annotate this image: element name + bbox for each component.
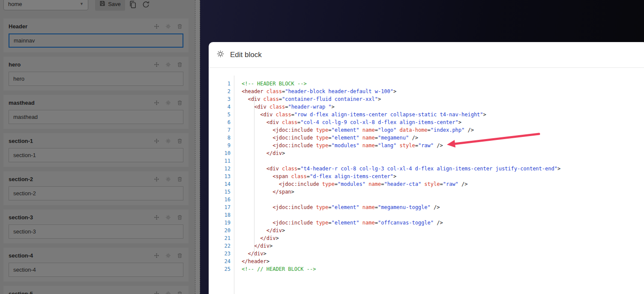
code-line[interactable]: 4 <div class="header-wrap "> bbox=[209, 103, 644, 111]
code-line[interactable]: 7 <jdoc:include type="element" name="log… bbox=[209, 126, 644, 134]
code-line[interactable]: 11 bbox=[209, 157, 644, 165]
line-number: 13 bbox=[209, 173, 234, 180]
code-line[interactable]: 18 bbox=[209, 211, 644, 219]
code-line[interactable]: 12 <div class="t4-header-r col-8 col-lg-… bbox=[209, 165, 644, 173]
line-number: 23 bbox=[209, 250, 234, 258]
line-number: 12 bbox=[209, 165, 234, 173]
line-number: 25 bbox=[209, 265, 234, 273]
line-number: 8 bbox=[209, 134, 234, 142]
line-number: 3 bbox=[209, 95, 234, 103]
code-line[interactable]: 9 <jdoc:include type="modules" name="lan… bbox=[209, 142, 644, 149]
line-number: 11 bbox=[209, 157, 234, 165]
line-number: 16 bbox=[209, 196, 234, 203]
code-line[interactable]: 16 bbox=[209, 196, 644, 203]
code-line[interactable]: 15 </span> bbox=[209, 188, 644, 196]
line-number: 20 bbox=[209, 227, 234, 234]
line-number: 5 bbox=[209, 111, 234, 118]
indent-guide bbox=[254, 95, 255, 258]
code-line[interactable]: 5 <div class="row d-flex align-items-cen… bbox=[209, 111, 644, 118]
line-number: 24 bbox=[209, 258, 234, 265]
line-number: 7 bbox=[209, 126, 234, 134]
code-line[interactable]: 14 <jdoc:include type="modules" name="he… bbox=[209, 180, 644, 188]
code-line[interactable]: 3 <div class="container-fluid container-… bbox=[209, 95, 644, 103]
line-number: 22 bbox=[209, 242, 234, 250]
gutter-separator bbox=[234, 76, 234, 294]
line-number: 14 bbox=[209, 180, 234, 188]
code-line[interactable]: 19 <jdoc:include type="element" name="of… bbox=[209, 219, 644, 227]
code-line[interactable]: 24</header> bbox=[209, 258, 644, 265]
code-line[interactable]: 21 </div> bbox=[209, 234, 644, 242]
modal-header: Edit block bbox=[209, 42, 644, 68]
code-line[interactable]: 22 </div> bbox=[209, 242, 644, 250]
line-number: 9 bbox=[209, 142, 234, 149]
code-line[interactable]: 13 <span class="d-flex align-items-cente… bbox=[209, 173, 644, 180]
line-number: 21 bbox=[209, 234, 234, 242]
code-line[interactable]: 10 </div> bbox=[209, 149, 644, 157]
code-line[interactable]: 25<!-- // HEADER BLOCK --> bbox=[209, 265, 644, 273]
line-number: 17 bbox=[209, 203, 234, 211]
line-number: 10 bbox=[209, 149, 234, 157]
code-editor[interactable]: 1<!-- HEADER BLOCK -->2<header class="he… bbox=[209, 68, 644, 294]
line-number: 6 bbox=[209, 118, 234, 126]
modal-title: Edit block bbox=[230, 51, 262, 59]
line-number: 4 bbox=[209, 103, 234, 111]
code-line[interactable]: 17 <jdoc:include type="element" name="me… bbox=[209, 203, 644, 211]
code-line[interactable]: 8 <jdoc:include type="element" name="meg… bbox=[209, 134, 644, 142]
code-line[interactable]: 6 <div class="col-4 col-lg-9 col-xl-8 d-… bbox=[209, 118, 644, 126]
line-number: 15 bbox=[209, 188, 234, 196]
line-number: 18 bbox=[209, 211, 234, 219]
line-number: 2 bbox=[209, 88, 234, 95]
gear-icon bbox=[216, 50, 225, 60]
code-line[interactable]: 20 </div> bbox=[209, 227, 644, 234]
code-line[interactable]: 1<!-- HEADER BLOCK --> bbox=[209, 80, 644, 88]
line-number: 1 bbox=[209, 80, 234, 88]
code-line[interactable]: 2<header class="header-block header-defa… bbox=[209, 88, 644, 95]
line-number: 19 bbox=[209, 219, 234, 227]
edit-block-modal: Edit block 1<!-- HEADER BLOCK -->2<heade… bbox=[209, 42, 644, 294]
code-line[interactable]: 23 </div> bbox=[209, 250, 644, 258]
